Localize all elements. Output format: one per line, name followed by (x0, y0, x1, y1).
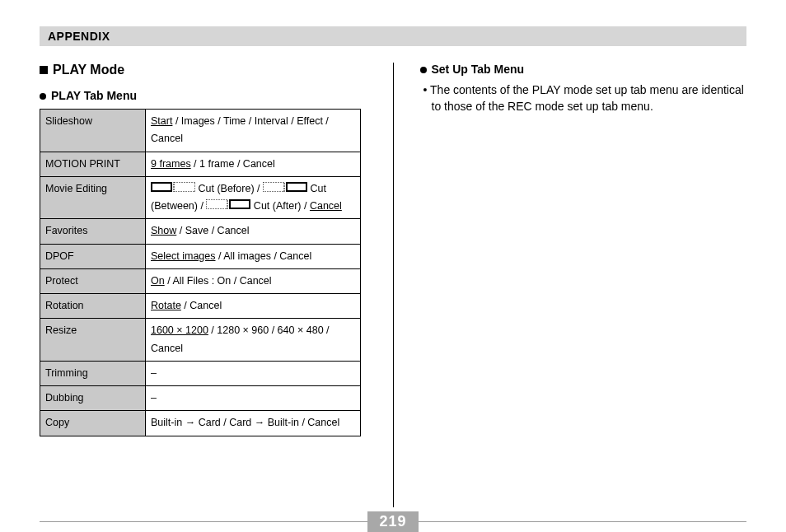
row-value: Start / Images / Time / Interval / Effec… (146, 110, 361, 152)
bullet-icon (40, 93, 46, 100)
row-value: Select images / All images / Cancel (146, 244, 361, 268)
row-label: Rotation (40, 294, 146, 319)
table-row: Favorites Show / Save / Cancel (40, 219, 361, 244)
film-strip-icon (206, 198, 250, 215)
table-row: Copy Built-in → Card / Card → Built-in /… (40, 411, 361, 436)
appendix-header: APPENDIX (40, 26, 746, 46)
column-divider (393, 63, 394, 507)
row-label: Slideshow (40, 110, 146, 152)
table-row: Resize 1600 × 1200 / 1280 × 960 / 640 × … (40, 319, 361, 362)
setup-note: • The contents of the PLAY mode set up t… (420, 82, 747, 114)
table-row: Movie Editing Cut (Before) / Cut (Betwee… (40, 176, 361, 219)
film-strip-icon (263, 180, 307, 198)
table-row: Rotation Rotate / Cancel (40, 294, 361, 319)
table-row: Dubbing – (40, 386, 361, 411)
row-value: – (146, 386, 361, 411)
row-value: 9 frames / 1 frame / Cancel (146, 152, 361, 176)
row-label: Resize (40, 319, 146, 362)
bullet-icon (420, 67, 427, 73)
film-strip-icon (151, 180, 195, 198)
row-label: Copy (40, 411, 146, 436)
table-row: MOTION PRINT 9 frames / 1 frame / Cancel (40, 152, 361, 176)
row-value: On / All Files : On / Cancel (146, 268, 361, 293)
row-label: Trimming (40, 361, 146, 385)
row-label: DPOF (40, 244, 146, 268)
play-mode-title: PLAY Mode (40, 63, 367, 77)
page-footer: 219 (40, 511, 746, 532)
table-row: DPOF Select images / All images / Cancel (40, 244, 361, 268)
page-number: 219 (367, 511, 418, 532)
row-value: 1600 × 1200 / 1280 × 960 / 640 × 480 / C… (146, 319, 361, 362)
row-value: Show / Save / Cancel (146, 219, 361, 244)
row-value: Cut (Before) / Cut (Between) / Cut (Afte… (146, 176, 361, 219)
row-label: MOTION PRINT (40, 152, 146, 176)
svg-rect-6 (206, 199, 227, 209)
right-column: Set Up Tab Menu • The contents of the PL… (420, 63, 747, 507)
table-row: Slideshow Start / Images / Time / Interv… (40, 110, 361, 152)
setup-tab-menu-title: Set Up Tab Menu (420, 63, 747, 76)
row-value: Built-in → Card / Card → Built-in / Canc… (146, 411, 361, 436)
square-icon (40, 66, 48, 74)
row-label: Movie Editing (40, 176, 146, 219)
svg-rect-5 (288, 184, 306, 190)
row-value: Rotate / Cancel (146, 294, 361, 319)
row-value: – (146, 361, 361, 385)
table-row: Trimming – (40, 361, 361, 385)
left-column: PLAY Mode PLAY Tab Menu Slideshow Start … (40, 63, 367, 507)
table-row: Protect On / All Files : On / Cancel (40, 268, 361, 293)
play-tab-menu-table: Slideshow Start / Images / Time / Interv… (40, 109, 361, 436)
svg-rect-2 (174, 182, 195, 192)
row-label: Dubbing (40, 386, 146, 411)
row-label: Protect (40, 268, 146, 293)
svg-rect-8 (231, 201, 249, 208)
svg-rect-1 (152, 184, 171, 190)
svg-rect-3 (263, 182, 284, 192)
row-label: Favorites (40, 219, 146, 244)
play-tab-menu-title: PLAY Tab Menu (40, 89, 367, 102)
